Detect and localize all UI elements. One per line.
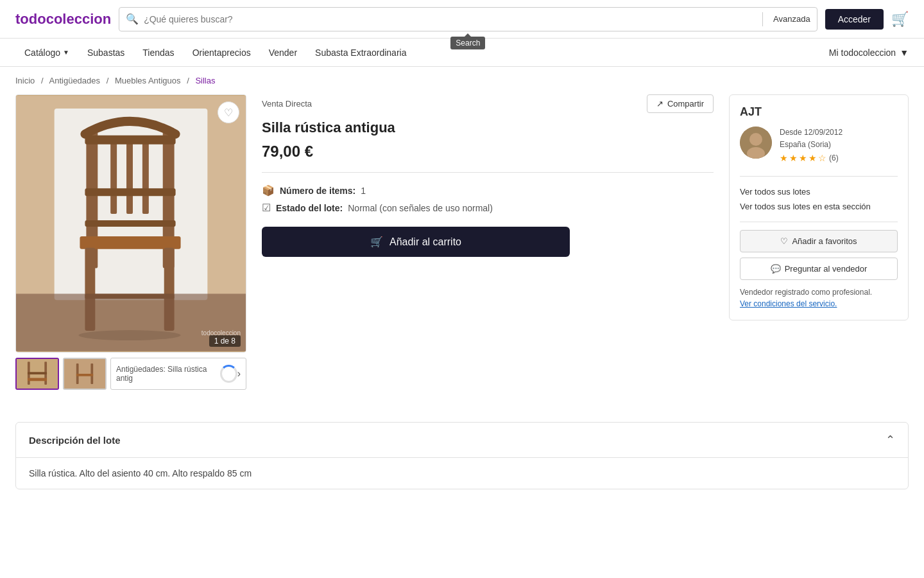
svg-rect-19 — [28, 372, 47, 374]
acceder-button[interactable]: Acceder — [825, 9, 884, 30]
items-label: Número de items: — [280, 186, 355, 196]
main-image-wrapper: ♡ 1 de 8 todocoleccion — [15, 94, 246, 353]
description-header[interactable]: Descripción del lote ⌃ — [16, 423, 908, 458]
add-to-cart-label: Añadir al carrito — [389, 236, 461, 248]
svg-rect-8 — [85, 188, 175, 196]
search-tooltip: Search — [450, 37, 485, 49]
image-counter: 1 de 8 — [209, 335, 241, 347]
catalogo-arrow-icon: ▼ — [63, 49, 69, 56]
seller-stars: ★ ★ ★ ★ ☆ (6) — [780, 151, 843, 165]
seller-professional-info: Vendedor registrado como profesional. Ve… — [740, 286, 898, 310]
star-1-icon: ★ — [780, 151, 788, 165]
breadcrumb-inicio[interactable]: Inicio — [15, 76, 35, 85]
thumbnail-2[interactable] — [63, 358, 107, 390]
svg-rect-5 — [126, 137, 133, 214]
rating-count: (6) — [829, 152, 839, 164]
items-icon: 📦 — [262, 184, 275, 197]
cart-add-icon: 🛒 — [370, 236, 383, 248]
product-details: 📦 Número de items: 1 ☑ Estado del lote: … — [262, 184, 714, 214]
nav-item-tiendas[interactable]: Tiendas — [133, 39, 183, 67]
breadcrumb-sep-1: / — [41, 76, 44, 85]
share-button[interactable]: ↗ Compartir — [647, 94, 714, 113]
svg-point-26 — [749, 133, 762, 146]
search-icon: 🔍 — [126, 13, 139, 25]
seller-details: Desde 12/09/2012 España (Soria) ★ ★ ★ ★ … — [780, 127, 843, 166]
heart-icon: ♡ — [780, 236, 788, 246]
nav-left: Catálogo ▼ Subastas Tiendas Orientapreci… — [15, 39, 829, 67]
seller-panel: AJT Desde 12/09/2012 España (Soria) ★ ★ … — [729, 94, 909, 320]
user-menu[interactable]: Mi todocoleccion ▼ — [829, 48, 909, 58]
share-icon: ↗ — [656, 99, 663, 109]
condition-label: Estado del lote: — [276, 203, 343, 213]
favorite-heart-button[interactable]: ♡ — [218, 101, 239, 123]
seller-name: AJT — [740, 105, 898, 119]
loading-spinner — [220, 365, 237, 383]
star-4-icon: ★ — [809, 151, 817, 165]
star-3-icon: ★ — [799, 151, 807, 165]
seller-location: España (Soria) — [780, 139, 843, 151]
site-logo[interactable]: todocoleccion — [15, 11, 111, 28]
nav-item-vender[interactable]: Vender — [260, 39, 306, 67]
svg-rect-9 — [85, 220, 175, 227]
search-wrapper: 🔍 Avanzada Search — [119, 7, 817, 31]
star-2-icon: ★ — [789, 151, 798, 165]
user-menu-arrow-icon: ▼ — [900, 48, 909, 58]
service-conditions-link[interactable]: Ver condiciones del servicio. — [740, 299, 837, 308]
breadcrumb-muebles[interactable]: Muebles Antiguos — [115, 76, 181, 85]
add-favorites-button[interactable]: ♡ Añadir a favoritos — [740, 230, 898, 252]
nav-item-subastas[interactable]: Subastas — [78, 39, 133, 67]
nav-item-catalogo[interactable]: Catálogo ▼ — [15, 39, 78, 67]
condition-row: ☑ Estado del lote: Normal (con señales d… — [262, 202, 714, 214]
nav-item-subasta-extraordinaria[interactable]: Subasta Extraordinaria — [306, 39, 415, 67]
search-input[interactable] — [144, 14, 752, 24]
svg-rect-24 — [76, 374, 93, 376]
professional-text: Vendedor registrado como profesional. — [740, 288, 872, 297]
description-toggle-icon: ⌃ — [886, 433, 895, 447]
svg-rect-6 — [142, 137, 149, 214]
product-price: 79,00 € — [262, 143, 714, 173]
view-all-lots-link[interactable]: Ver todos sus lotes — [740, 184, 898, 199]
seller-avatar — [740, 127, 772, 159]
header: todocoleccion 🔍 Avanzada Search Acceder … — [0, 0, 924, 39]
cart-icon[interactable]: 🛒 — [891, 11, 909, 28]
thumbnail-1[interactable] — [15, 358, 59, 390]
seller-info: Desde 12/09/2012 España (Soria) ★ ★ ★ ★ … — [740, 127, 898, 166]
ask-seller-label: Preguntar al vendedor — [785, 264, 868, 274]
thumbnail-text-card[interactable]: Antigüedades: Silla rústica antig › — [110, 358, 246, 390]
share-label: Compartir — [667, 99, 704, 109]
description-section: Descripción del lote ⌃ Silla rústica. Al… — [15, 422, 909, 489]
seller-divider — [740, 176, 898, 177]
thumbnail-text: Antigüedades: Silla rústica antig — [116, 365, 220, 383]
user-menu-label: Mi todocoleccion — [829, 48, 896, 58]
description-body: Silla rústica. Alto del asiento 40 cm. A… — [16, 458, 908, 489]
svg-rect-20 — [28, 378, 47, 381]
search-divider — [762, 12, 763, 26]
description-title: Descripción del lote — [29, 435, 121, 446]
svg-rect-10 — [80, 236, 180, 249]
breadcrumb-sillas[interactable]: Sillas — [195, 76, 215, 85]
thumbnails: Antigüedades: Silla rústica antig › — [15, 358, 246, 390]
thumbnail-next-button[interactable]: › — [237, 368, 241, 380]
seller-divider-2 — [740, 222, 898, 222]
breadcrumb-sep-2: / — [107, 76, 109, 85]
main-product-image[interactable]: ♡ 1 de 8 todocoleccion — [16, 95, 246, 352]
add-to-cart-button[interactable]: 🛒 Añadir al carrito — [262, 227, 570, 257]
advanced-search-link[interactable]: Avanzada — [773, 14, 810, 24]
nav-item-orientaprecios[interactable]: Orientaprecios — [184, 39, 260, 67]
ask-seller-button[interactable]: 💬 Preguntar al vendedor — [740, 258, 898, 280]
breadcrumb: Inicio / Antigüedades / Muebles Antiguos… — [0, 67, 924, 94]
svg-rect-4 — [110, 137, 117, 214]
condition-icon: ☑ — [262, 202, 271, 214]
star-half-icon: ☆ — [818, 151, 826, 165]
view-section-lots-link[interactable]: Ver todos sus lotes en esta sección — [740, 199, 898, 214]
product-title: Silla rústica antigua — [262, 119, 714, 136]
breadcrumb-antiguedades[interactable]: Antigüedades — [49, 76, 101, 85]
search-bar: 🔍 Avanzada — [119, 7, 817, 31]
add-favorites-label: Añadir a favoritos — [792, 236, 857, 246]
svg-rect-7 — [85, 136, 175, 144]
product-image-section: ♡ 1 de 8 todocoleccion — [15, 94, 246, 390]
venta-directa-label: Venta Directa — [262, 99, 312, 109]
breadcrumb-sep-3: / — [187, 76, 189, 85]
venta-directa-row: Venta Directa ↗ Compartir — [262, 94, 714, 113]
condition-value: Normal (con señales de uso normal) — [348, 203, 493, 213]
